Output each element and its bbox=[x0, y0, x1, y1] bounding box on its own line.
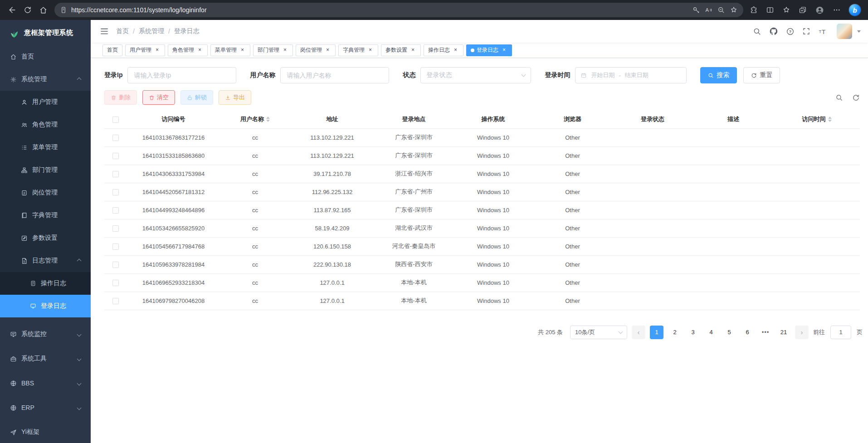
tab-close-icon[interactable]: × bbox=[452, 47, 459, 54]
goto-page-input[interactable] bbox=[830, 326, 851, 339]
password-key-icon[interactable] bbox=[692, 6, 700, 14]
end-date-placeholder[interactable]: 结束日期 bbox=[625, 71, 649, 79]
next-page-button[interactable]: › bbox=[795, 326, 809, 339]
browser-profile-icon[interactable] bbox=[815, 5, 824, 15]
fullscreen-icon[interactable] bbox=[802, 27, 810, 35]
status-select[interactable]: 登录状态 bbox=[420, 67, 531, 83]
collections-icon[interactable] bbox=[799, 6, 807, 14]
app-logo[interactable]: 意框架管理系统 bbox=[0, 20, 91, 45]
sidebar-item-system[interactable]: 系统管理 bbox=[0, 68, 91, 91]
more-pages-ellipsis[interactable]: ••• bbox=[759, 326, 772, 339]
tab-close-icon[interactable]: × bbox=[282, 47, 288, 54]
sidebar-item-home[interactable]: 首页 bbox=[0, 45, 91, 68]
browser-home-icon[interactable] bbox=[35, 2, 51, 18]
browser-back-icon[interactable] bbox=[5, 2, 20, 18]
tab-users[interactable]: 用户管理× bbox=[125, 44, 165, 56]
tab-operation-log[interactable]: 操作日志× bbox=[424, 44, 463, 56]
tab-close-icon[interactable]: × bbox=[196, 47, 203, 54]
sort-carets[interactable] bbox=[266, 117, 270, 122]
row-checkbox[interactable] bbox=[112, 171, 119, 177]
tab-close-icon[interactable]: × bbox=[410, 47, 416, 54]
address-bar[interactable]: https://ccnetcore.com:1101/system/log/lo… bbox=[54, 3, 743, 17]
sidebar-item-roles[interactable]: 角色管理 bbox=[0, 113, 91, 136]
tab-menus[interactable]: 菜单管理× bbox=[210, 44, 250, 56]
header-search-icon[interactable] bbox=[753, 27, 761, 36]
url-text[interactable]: https://ccnetcore.com:1101/system/log/lo… bbox=[71, 6, 692, 14]
sort-carets[interactable] bbox=[828, 117, 832, 122]
sidebar-item-yi-framework[interactable]: Yi框架 bbox=[0, 420, 91, 443]
table-row[interactable]: 1641031367863177216 cc 113.102.129.221 广… bbox=[104, 128, 860, 146]
unlock-button[interactable]: 解锁 bbox=[180, 90, 213, 105]
zoom-out-icon[interactable] bbox=[717, 6, 725, 14]
reset-button[interactable]: 重置 bbox=[743, 67, 780, 83]
tab-login-log[interactable]: 登录日志× bbox=[466, 44, 512, 56]
add-favorite-star-icon[interactable] bbox=[730, 6, 738, 14]
table-row[interactable]: 1641031533185863680 cc 113.102.129.221 广… bbox=[104, 146, 860, 165]
row-checkbox[interactable] bbox=[112, 243, 119, 250]
tab-close-icon[interactable]: × bbox=[501, 47, 507, 54]
table-row[interactable]: 1641044993248464896 cc 113.87.92.165 广东省… bbox=[104, 201, 860, 219]
row-checkbox[interactable] bbox=[112, 189, 119, 195]
delete-button[interactable]: 删除 bbox=[104, 90, 137, 105]
table-row[interactable]: 1641054566717984768 cc 120.6.150.158 河北省… bbox=[104, 237, 860, 255]
copilot-icon[interactable]: b bbox=[849, 4, 861, 16]
col-user-name[interactable]: 用户名称 bbox=[220, 110, 290, 128]
page-button-5[interactable]: 5 bbox=[722, 326, 736, 339]
help-icon[interactable]: ? bbox=[786, 27, 795, 36]
sidebar-item-parameters[interactable]: 参数设置 bbox=[0, 227, 91, 249]
tab-close-icon[interactable]: × bbox=[239, 47, 246, 54]
tab-close-icon[interactable]: × bbox=[367, 47, 374, 54]
browser-refresh-icon[interactable] bbox=[20, 2, 35, 18]
tab-close-icon[interactable]: × bbox=[324, 47, 331, 54]
table-row[interactable]: 1641044520567181312 cc 112.96.225.132 广东… bbox=[104, 183, 860, 201]
page-button-6[interactable]: 6 bbox=[741, 326, 754, 339]
sidebar-item-menus[interactable]: 菜单管理 bbox=[0, 136, 91, 159]
sidebar-item-tools[interactable]: 系统工具 bbox=[0, 346, 91, 371]
sidebar-item-posts[interactable]: 岗位管理 bbox=[0, 181, 91, 204]
sidebar-item-login-log[interactable]: 登录日志 bbox=[0, 295, 91, 317]
favorites-icon[interactable] bbox=[782, 6, 790, 14]
sidebar-item-monitoring[interactable]: 系统监控 bbox=[0, 322, 91, 346]
row-checkbox[interactable] bbox=[112, 153, 119, 159]
sidebar-item-users[interactable]: 用户管理 bbox=[0, 91, 91, 113]
toggle-search-icon[interactable] bbox=[835, 94, 843, 102]
row-checkbox[interactable] bbox=[112, 135, 119, 141]
table-row[interactable]: 1641069798270046208 cc 127.0.0.1 本地-本机 W… bbox=[104, 292, 860, 310]
page-button-4[interactable]: 4 bbox=[704, 326, 718, 339]
github-icon[interactable] bbox=[769, 27, 778, 36]
tab-close-icon[interactable]: × bbox=[154, 47, 161, 54]
breadcrumb-home[interactable]: 首页 bbox=[116, 27, 129, 35]
tab-parameters[interactable]: 参数设置× bbox=[381, 44, 421, 56]
clear-button[interactable]: 清空 bbox=[142, 90, 175, 105]
prev-page-button[interactable]: ‹ bbox=[632, 326, 645, 339]
table-row[interactable]: 1641053426655825920 cc 58.19.42.209 湖北省-… bbox=[104, 219, 860, 237]
user-name-input[interactable] bbox=[280, 67, 389, 83]
sidebar-item-bbs[interactable]: BBS bbox=[0, 371, 91, 395]
col-visit-time[interactable]: 访问时间 bbox=[774, 110, 860, 128]
font-size-icon[interactable]: TT bbox=[818, 27, 829, 36]
row-checkbox[interactable] bbox=[112, 280, 119, 286]
site-info-icon[interactable] bbox=[60, 6, 67, 14]
page-button-2[interactable]: 2 bbox=[668, 326, 682, 339]
page-button-3[interactable]: 3 bbox=[686, 326, 700, 339]
sidebar-item-departments[interactable]: 部门管理 bbox=[0, 159, 91, 181]
tab-posts[interactable]: 岗位管理× bbox=[296, 44, 336, 56]
tab-departments[interactable]: 部门管理× bbox=[253, 44, 293, 56]
split-screen-icon[interactable] bbox=[766, 6, 774, 14]
user-avatar[interactable] bbox=[837, 24, 852, 39]
page-size-select[interactable]: 10条/页 bbox=[570, 326, 627, 339]
browser-menu-ellipsis-icon[interactable] bbox=[833, 6, 841, 14]
tab-home[interactable]: 首页 bbox=[102, 44, 122, 56]
page-button-1[interactable]: 1 bbox=[650, 326, 663, 339]
tab-dictionary[interactable]: 字典管理× bbox=[338, 44, 378, 56]
sidebar-item-erp[interactable]: ERP bbox=[0, 395, 91, 420]
tab-roles[interactable]: 角色管理× bbox=[168, 44, 208, 56]
select-all-checkbox[interactable] bbox=[112, 117, 119, 123]
start-date-placeholder[interactable]: 开始日期 bbox=[591, 71, 614, 79]
page-button-last[interactable]: 21 bbox=[777, 326, 790, 339]
date-range-picker[interactable]: 开始日期 - 结束日期 bbox=[575, 67, 687, 83]
table-row[interactable]: 1641069652933218304 cc 127.0.0.1 本地-本机 W… bbox=[104, 273, 860, 292]
row-checkbox[interactable] bbox=[112, 298, 119, 304]
sidebar-toggle-icon[interactable] bbox=[91, 27, 116, 36]
sidebar-item-log-management[interactable]: 日志管理 bbox=[0, 249, 91, 272]
